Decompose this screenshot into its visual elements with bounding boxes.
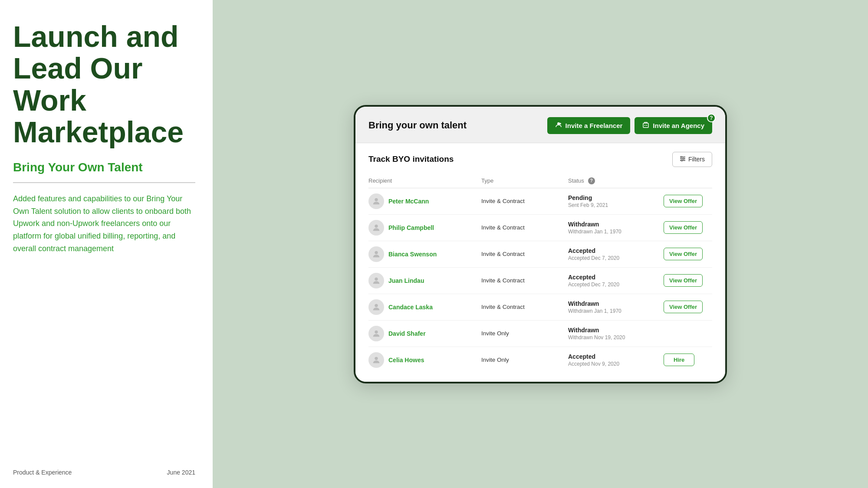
svg-point-16 bbox=[375, 304, 378, 307]
action-cell: View Offer bbox=[664, 248, 727, 260]
status-label: Accepted bbox=[568, 274, 664, 281]
svg-point-18 bbox=[375, 357, 378, 360]
view-offer-button[interactable]: View Offer bbox=[664, 301, 703, 313]
status-date: Withdrawn Jan 1, 1970 bbox=[568, 229, 664, 235]
status-cell: Withdrawn Withdrawn Jan 1, 1970 bbox=[568, 300, 664, 314]
type-cell: Invite & Contract bbox=[481, 224, 568, 231]
recipient-name[interactable]: Philip Campbell bbox=[388, 224, 434, 231]
recipient-name[interactable]: Celia Howes bbox=[388, 357, 424, 364]
ui-card: Bring your own talent Invite a Freelance… bbox=[354, 105, 727, 383]
status-date: Accepted Nov 9, 2020 bbox=[568, 361, 664, 367]
invite-freelancer-button[interactable]: Invite a Freelancer bbox=[547, 117, 631, 134]
recipient-name[interactable]: Juan Lindau bbox=[388, 277, 424, 284]
help-badge: ? bbox=[707, 114, 716, 122]
status-date: Accepted Dec 7, 2020 bbox=[568, 255, 664, 261]
divider bbox=[13, 182, 195, 183]
status-cell: Withdrawn Withdrawn Nov 19, 2020 bbox=[568, 327, 664, 341]
hire-button[interactable]: Hire bbox=[664, 354, 694, 366]
type-cell: Invite & Contract bbox=[481, 251, 568, 257]
invite-agency-label: Invite an Agency bbox=[653, 122, 704, 129]
avatar bbox=[368, 220, 384, 236]
table-container: Recipient Type Status ? Peter bbox=[355, 174, 725, 382]
left-panel: Launch and Lead Our Work Marketplace Bri… bbox=[0, 0, 213, 488]
col-status: Status ? bbox=[568, 177, 664, 184]
col-action bbox=[664, 177, 727, 184]
card-header-title: Bring your own talent bbox=[368, 120, 467, 131]
sliders-icon bbox=[680, 156, 686, 163]
person-icon bbox=[555, 121, 562, 130]
action-cell: View Offer bbox=[664, 301, 727, 313]
view-offer-button[interactable]: View Offer bbox=[664, 248, 703, 260]
recipient-cell: Peter McCann bbox=[368, 193, 481, 209]
svg-point-10 bbox=[683, 158, 684, 159]
card-header: Bring your own talent Invite a Freelance… bbox=[355, 107, 725, 143]
recipient-name[interactable]: Bianca Swenson bbox=[388, 251, 437, 258]
action-cell: Hire bbox=[664, 354, 727, 366]
status-label: Withdrawn bbox=[568, 221, 664, 228]
svg-point-12 bbox=[375, 198, 378, 201]
table-row: Bianca Swenson Invite & Contract Accepte… bbox=[368, 241, 712, 268]
type-cell: Invite Only bbox=[481, 357, 568, 363]
right-panel: Bring your own talent Invite a Freelance… bbox=[213, 0, 868, 488]
col-type: Type bbox=[481, 177, 568, 184]
table-row: David Shafer Invite Only Withdrawn Withd… bbox=[368, 321, 712, 347]
action-cell: View Offer bbox=[664, 274, 727, 287]
table-row: Juan Lindau Invite & Contract Accepted A… bbox=[368, 268, 712, 294]
recipient-cell: Juan Lindau bbox=[368, 273, 481, 288]
table-row: Celia Howes Invite Only Accepted Accepte… bbox=[368, 347, 712, 373]
recipient-name[interactable]: Peter McCann bbox=[388, 198, 429, 205]
card-body: Track BYO invitations Filters bbox=[355, 143, 725, 382]
table-row: Philip Campbell Invite & Contract Withdr… bbox=[368, 215, 712, 241]
recipient-cell: Bianca Swenson bbox=[368, 246, 481, 262]
avatar bbox=[368, 326, 384, 341]
filters-button[interactable]: Filters bbox=[672, 152, 712, 167]
status-cell: Accepted Accepted Dec 7, 2020 bbox=[568, 274, 664, 288]
building-icon bbox=[642, 121, 649, 130]
status-cell: Pending Sent Feb 9, 2021 bbox=[568, 194, 664, 208]
action-cell: View Offer bbox=[664, 221, 727, 234]
status-date: Withdrawn Nov 19, 2020 bbox=[568, 334, 664, 341]
svg-point-17 bbox=[375, 330, 378, 333]
footer-date: June 2021 bbox=[167, 469, 195, 476]
type-cell: Invite & Contract bbox=[481, 198, 568, 204]
recipient-cell: Philip Campbell bbox=[368, 220, 481, 236]
status-date: Sent Feb 9, 2021 bbox=[568, 202, 664, 208]
invite-agency-button[interactable]: Invite an Agency ? bbox=[635, 117, 712, 134]
recipient-name[interactable]: Candace Laska bbox=[388, 304, 433, 311]
table-row: Candace Laska Invite & Contract Withdraw… bbox=[368, 294, 712, 321]
status-label: Withdrawn bbox=[568, 300, 664, 307]
view-offer-button[interactable]: View Offer bbox=[664, 274, 703, 287]
type-cell: Invite & Contract bbox=[481, 304, 568, 310]
main-title: Launch and Lead Our Work Marketplace bbox=[13, 21, 195, 148]
avatar bbox=[368, 246, 384, 262]
status-cell: Accepted Accepted Dec 7, 2020 bbox=[568, 247, 664, 261]
recipient-cell: Celia Howes bbox=[368, 352, 481, 368]
track-header: Track BYO invitations Filters bbox=[355, 143, 725, 167]
avatar bbox=[368, 299, 384, 315]
status-help-icon: ? bbox=[588, 177, 595, 184]
recipient-name[interactable]: David Shafer bbox=[388, 330, 426, 337]
action-cell: View Offer bbox=[664, 195, 727, 207]
recipient-cell: Candace Laska bbox=[368, 299, 481, 315]
status-label: Withdrawn bbox=[568, 327, 664, 334]
svg-rect-5 bbox=[646, 125, 647, 126]
footer-product: Product & Experience bbox=[13, 469, 72, 476]
status-label: Pending bbox=[568, 194, 664, 201]
avatar bbox=[368, 352, 384, 368]
avatar bbox=[368, 273, 384, 288]
table-row: Peter McCann Invite & Contract Pending S… bbox=[368, 188, 712, 215]
svg-point-14 bbox=[375, 251, 378, 254]
header-buttons: Invite a Freelancer Invite an Agency ? bbox=[547, 117, 712, 134]
avatar bbox=[368, 193, 384, 209]
status-label: Accepted bbox=[568, 247, 664, 254]
filters-label: Filters bbox=[688, 156, 705, 163]
view-offer-button[interactable]: View Offer bbox=[664, 221, 703, 234]
table-header: Recipient Type Status ? bbox=[368, 174, 712, 188]
status-label: Accepted bbox=[568, 353, 664, 360]
recipient-cell: David Shafer bbox=[368, 326, 481, 341]
table-rows: Peter McCann Invite & Contract Pending S… bbox=[368, 188, 712, 373]
subtitle: Bring Your Own Talent bbox=[13, 160, 195, 174]
view-offer-button[interactable]: View Offer bbox=[664, 195, 703, 207]
description: Added features and capabilities to our B… bbox=[13, 193, 195, 255]
status-date: Accepted Dec 7, 2020 bbox=[568, 282, 664, 288]
